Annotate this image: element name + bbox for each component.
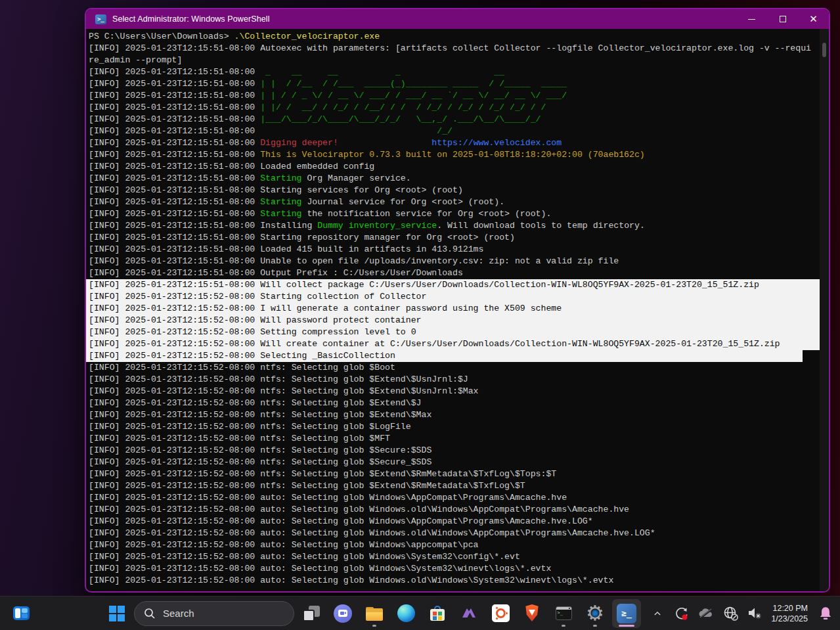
console-line: [INFO] 2025-01-23T12:15:52-08:00 auto: S… bbox=[86, 575, 820, 587]
console-line: [INFO] 2025-01-23T12:15:52-08:00 ntfs: S… bbox=[86, 480, 820, 492]
console-line: [INFO] 2025-01-23T12:15:51-08:00 This is… bbox=[86, 149, 820, 161]
tray-network[interactable] bbox=[721, 599, 740, 628]
console-line: [INFO] 2025-01-23T12:15:52-08:00 ntfs: S… bbox=[86, 468, 820, 480]
console-output[interactable]: PS C:\Users\User\Downloads> .\Collector_… bbox=[86, 29, 820, 591]
console-line: [INFO] 2025-01-23T12:15:52-08:00 ntfs: S… bbox=[86, 362, 820, 374]
tray-hidden-icons-button[interactable] bbox=[648, 599, 667, 628]
console-line: [INFO] 2025-01-23T12:15:51-08:00 Will co… bbox=[86, 279, 820, 291]
minimize-button[interactable] bbox=[736, 9, 767, 29]
file-explorer-icon bbox=[366, 606, 383, 621]
taskbar-item-chat[interactable] bbox=[328, 599, 357, 628]
taskbar-item-task-view[interactable] bbox=[297, 599, 326, 628]
console-line: [INFO] 2025-01-23T12:15:51-08:00 | | / /… bbox=[86, 90, 820, 102]
taskbar: Search bbox=[0, 596, 840, 630]
tray-onedrive-offline[interactable] bbox=[697, 599, 715, 628]
console-line: [INFO] 2025-01-23T12:15:51-08:00 Startin… bbox=[86, 232, 820, 244]
console-line: PS C:\Users\User\Downloads> .\Collector_… bbox=[86, 31, 820, 43]
volume-muted-icon bbox=[747, 605, 763, 621]
microsoft-store-icon bbox=[430, 606, 445, 621]
console-line: [INFO] 2025-01-23T12:15:52-08:00 ntfs: S… bbox=[86, 433, 820, 445]
chat-icon bbox=[334, 604, 352, 623]
clock-time: 12:20 PM bbox=[771, 603, 808, 614]
console-line: [INFO] 2025-01-23T12:15:52-08:00 auto: S… bbox=[86, 504, 820, 516]
edge-icon bbox=[397, 604, 415, 622]
scrollbar[interactable] bbox=[820, 29, 829, 591]
active-indicator bbox=[619, 625, 634, 627]
chevron-up-icon bbox=[651, 607, 664, 620]
powershell-window: >_ Select Administrator: Windows PowerSh… bbox=[85, 8, 830, 593]
console-line: [INFO] 2025-01-23T12:15:51-08:00 Startin… bbox=[86, 208, 820, 220]
console-line: [INFO] 2025-01-23T12:15:52-08:00 ntfs: S… bbox=[86, 421, 820, 433]
terminal-icon: >_ bbox=[556, 606, 572, 620]
console-line: [INFO] 2025-01-23T12:15:52-08:00 Selecti… bbox=[86, 350, 820, 362]
scrollbar-thumb[interactable] bbox=[822, 43, 826, 57]
running-indicator bbox=[562, 625, 565, 627]
console-line: [INFO] 2025-01-23T12:15:52-08:00 Setting… bbox=[86, 326, 820, 338]
console-line: [INFO] 2025-01-23T12:15:52-08:00 auto: S… bbox=[86, 563, 820, 575]
taskbar-item-visual-studio[interactable] bbox=[454, 599, 483, 628]
titlebar[interactable]: >_ Select Administrator: Windows PowerSh… bbox=[86, 9, 829, 29]
widgets-icon bbox=[13, 606, 30, 620]
taskbar-item-powershell[interactable]: ≥_ bbox=[612, 599, 641, 628]
tray-notifications[interactable] bbox=[815, 599, 836, 628]
console-line: [INFO] 2025-01-23T12:15:52-08:00 ntfs: S… bbox=[86, 397, 820, 409]
powershell-titlebar-icon: >_ bbox=[95, 14, 106, 24]
settings-gear-icon: ⚙ bbox=[585, 603, 606, 624]
powershell-icon: ≥_ bbox=[617, 604, 636, 623]
console-line: [INFO] 2025-01-23T12:15:51-08:00 Loaded … bbox=[86, 244, 820, 256]
console-line: [INFO] 2025-01-23T12:15:51-08:00 _ __ __… bbox=[86, 66, 820, 78]
desktop: { "window": { "title": "Select Administr… bbox=[0, 0, 840, 630]
console-line: [INFO] 2025-01-23T12:15:51-08:00 | | / /… bbox=[86, 78, 820, 90]
console-line: [INFO] 2025-01-23T12:15:51-08:00 Autoexe… bbox=[86, 43, 820, 55]
console-line: [INFO] 2025-01-23T12:15:52-08:00 auto: S… bbox=[86, 539, 820, 551]
taskbar-item-edge[interactable] bbox=[391, 599, 420, 628]
console-line: [INFO] 2025-01-23T12:15:52-08:00 auto: S… bbox=[86, 492, 820, 504]
taskbar-item-widgets[interactable] bbox=[7, 599, 35, 628]
taskbar-item-ubuntu[interactable] bbox=[486, 599, 515, 628]
sync-alert-icon bbox=[674, 606, 690, 621]
windows-start-icon bbox=[109, 606, 125, 621]
console-line: [INFO] 2025-01-23T12:15:52-08:00 auto: S… bbox=[86, 528, 820, 539]
console-line: [INFO] 2025-01-23T12:15:52-08:00 auto: S… bbox=[86, 516, 820, 528]
running-indicator bbox=[593, 625, 597, 627]
console-line: [INFO] 2025-01-23T12:15:52-08:00 ntfs: S… bbox=[86, 409, 820, 421]
console-line: [INFO] 2025-01-23T12:15:51-08:00 Loaded … bbox=[86, 161, 820, 173]
console-line: [INFO] 2025-01-23T12:15:51-08:00 Unable … bbox=[86, 256, 820, 267]
console-line: [INFO] 2025-01-23T12:15:51-08:00 Install… bbox=[86, 220, 820, 232]
tray-volume[interactable] bbox=[745, 599, 764, 628]
console-line: [INFO] 2025-01-23T12:15:52-08:00 auto: S… bbox=[86, 551, 820, 563]
search-placeholder: Search bbox=[163, 608, 194, 619]
tray-clock[interactable]: 12:20 PM 1/23/2025 bbox=[770, 603, 809, 624]
console-line: [INFO] 2025-01-23T12:15:51-08:00 Digging… bbox=[86, 137, 820, 149]
notification-bell-icon bbox=[817, 605, 834, 622]
close-button[interactable]: ✕ bbox=[798, 9, 829, 29]
maximize-button[interactable] bbox=[767, 9, 798, 29]
minimize-icon bbox=[748, 19, 755, 20]
search-icon bbox=[144, 608, 156, 619]
console-line: [INFO] 2025-01-23T12:15:52-08:00 Startin… bbox=[86, 291, 820, 303]
taskbar-item-brave[interactable] bbox=[518, 599, 546, 628]
console-line: [INFO] 2025-01-23T12:15:52-08:00 ntfs: S… bbox=[86, 374, 820, 386]
taskbar-item-start[interactable] bbox=[102, 599, 131, 628]
console-line: [INFO] 2025-01-23T12:15:51-08:00 Startin… bbox=[86, 173, 820, 185]
taskbar-item-microsoft-store[interactable] bbox=[423, 599, 452, 628]
task-view-icon bbox=[303, 606, 320, 621]
console-line: [INFO] 2025-01-23T12:15:52-08:00 ntfs: S… bbox=[86, 457, 820, 468]
console-line: [INFO] 2025-01-23T12:15:51-08:00 Startin… bbox=[86, 185, 820, 196]
console-line: re_admin --prompt] bbox=[86, 55, 820, 66]
tray-sync-alert[interactable] bbox=[673, 599, 691, 628]
ubuntu-icon bbox=[492, 604, 510, 622]
taskbar-item-file-explorer[interactable] bbox=[360, 599, 389, 628]
no-internet-globe-icon bbox=[722, 605, 739, 621]
window-title: Select Administrator: Windows PowerShell bbox=[112, 14, 270, 24]
console-line: [INFO] 2025-01-23T12:15:51-08:00 Startin… bbox=[86, 196, 820, 208]
console-line: [INFO] 2025-01-23T12:15:52-08:00 ntfs: S… bbox=[86, 386, 820, 397]
clock-date: 1/23/2025 bbox=[771, 614, 808, 624]
taskbar-item-settings[interactable]: ⚙ bbox=[581, 599, 609, 628]
taskbar-item-terminal[interactable]: >_ bbox=[549, 599, 578, 628]
brave-icon bbox=[524, 604, 540, 622]
console-line: [INFO] 2025-01-23T12:15:52-08:00 ntfs: S… bbox=[86, 445, 820, 457]
maximize-icon bbox=[780, 16, 786, 22]
search-input[interactable]: Search bbox=[134, 601, 294, 626]
console-line: [INFO] 2025-01-23T12:15:51-08:00 Output … bbox=[86, 267, 820, 279]
